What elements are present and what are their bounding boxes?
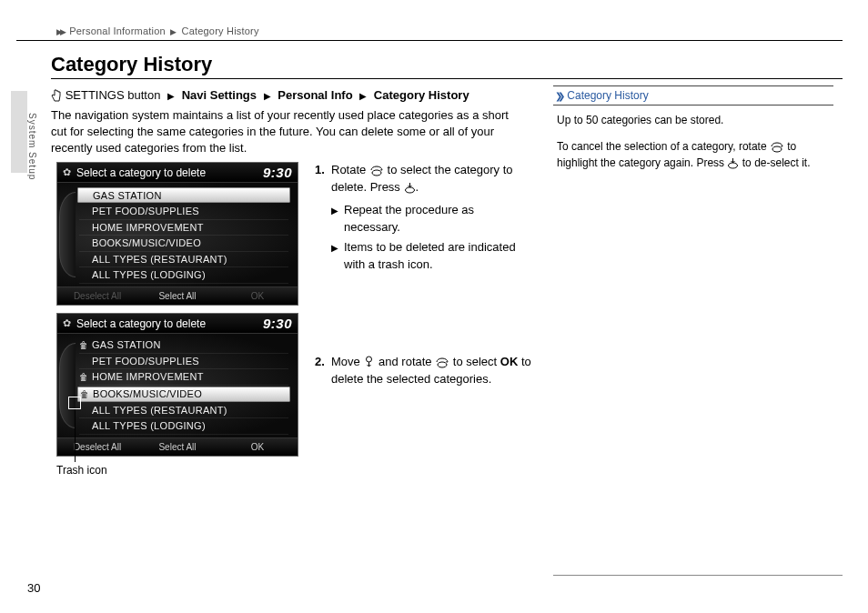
side-column: ❯❯ Category History Up to 50 categories …: [553, 85, 833, 182]
navpath-2: Personal Info: [278, 88, 352, 102]
breadcrumb: ▶▶ Personal Information ▶ Category Histo…: [56, 25, 259, 36]
list-item: ALL TYPES (LODGING): [79, 418, 288, 435]
nav-path: SETTINGS button ▶ Navi Settings ▶ Person…: [51, 88, 469, 102]
screenshot-title: Select a category to delete: [76, 166, 206, 179]
chevron-icon: ▶▶: [56, 27, 64, 36]
step-text: Move and rotate to select OK to delete t…: [331, 354, 533, 388]
list-item: 🗑GAS STATION: [79, 337, 288, 354]
screenshot-header: ✿ Select a category to delete 9:30: [57, 314, 298, 334]
list-item: ALL TYPES (RESTAURANT): [79, 252, 288, 268]
divider: [553, 575, 843, 576]
dial-arc-icon: [59, 343, 76, 428]
list-item: PET FOOD/SUPPLIES: [79, 354, 288, 370]
list-item-label: PET FOOD/SUPPLIES: [92, 356, 199, 367]
divider: [51, 78, 843, 79]
triangle-icon: ▶: [331, 205, 338, 236]
deselect-all-button: Deselect All: [57, 291, 137, 301]
gear-icon: ✿: [63, 166, 71, 178]
divider: [16, 40, 843, 41]
breadcrumb-b: Category History: [182, 25, 259, 36]
screenshot-2: ✿ Select a category to delete 9:30 🗑GAS …: [56, 313, 298, 457]
breadcrumb-a: Personal Information: [69, 25, 166, 36]
list-item: ALL TYPES (LODGING): [79, 267, 288, 284]
list-item: 🗑HOME IMPROVEMENT: [79, 369, 288, 386]
steps: 1. Rotate to select the category to dele…: [315, 162, 533, 394]
move-joystick-icon: [363, 356, 375, 368]
list-item-label: ALL TYPES (RESTAURANT): [92, 254, 227, 265]
list-item-label: ALL TYPES (LODGING): [92, 420, 206, 431]
step-number: 1.: [315, 162, 331, 196]
svg-point-5: [438, 362, 447, 367]
list-item: 🗑BOOKS/MUSIC/VIDEO: [77, 387, 290, 402]
screenshot-footer: Deselect All Select All OK: [57, 286, 298, 305]
side-column-header: ❯❯ Category History: [553, 85, 833, 106]
list-item: BOOKS/MUSIC/VIDEO: [79, 236, 288, 252]
list-item-label: PET FOOD/SUPPLIES: [92, 206, 199, 216]
select-all-button: Select All: [137, 291, 217, 301]
side-note: To cancel the selection of a category, r…: [557, 139, 833, 171]
t: to select: [449, 355, 500, 368]
t: Repeat the procedure as necessary.: [344, 202, 533, 236]
chevron-icon: ▶: [170, 27, 177, 36]
select-all-button: Select All: [137, 442, 217, 452]
hand-icon: [51, 89, 62, 102]
svg-point-0: [372, 170, 381, 176]
deselect-all-button: Deselect All: [57, 442, 137, 452]
t: .: [416, 180, 419, 194]
side-tab: [11, 91, 27, 173]
clock: 9:30: [263, 165, 292, 180]
triangle-icon: ▶: [331, 242, 338, 274]
t: To cancel the selection of a category, r…: [557, 140, 770, 153]
chevron-icon: ❯❯: [555, 91, 560, 101]
callout-box: [68, 397, 81, 409]
side-column-title: Category History: [567, 89, 648, 102]
step-text: Rotate to select the category to delete.…: [331, 162, 533, 196]
screenshot-header: ✿ Select a category to delete 9:30: [57, 163, 298, 183]
page-title: Category History: [51, 53, 212, 76]
list-item-label: HOME IMPROVEMENT: [92, 371, 204, 382]
t: and rotate: [375, 355, 435, 368]
ok-text: OK: [500, 355, 519, 368]
clock: 9:30: [263, 316, 292, 331]
side-tab-label: System Setup: [27, 113, 37, 180]
trash-icon: 🗑: [80, 389, 93, 399]
list-item: PET FOOD/SUPPLIES: [79, 204, 288, 220]
list-item-label: ALL TYPES (RESTAURANT): [92, 405, 227, 416]
list-item-label: GAS STATION: [92, 339, 161, 350]
rotate-dial-icon: [435, 357, 449, 368]
screenshot-1: ✿ Select a category to delete 9:30 GAS S…: [56, 162, 298, 306]
list-item: HOME IMPROVEMENT: [79, 220, 288, 236]
page-number: 30: [27, 581, 40, 595]
navpath-1: Navi Settings: [182, 88, 257, 102]
step-2: 2. Move and rotate to select OK to delet…: [315, 354, 533, 388]
intro-text: The navigation system maintains a list o…: [51, 107, 524, 157]
callout-line: [75, 409, 76, 462]
list-item: GAS STATION: [77, 187, 290, 203]
rotate-dial-icon: [369, 165, 384, 176]
svg-point-7: [729, 163, 738, 168]
side-note: Up to 50 categories can be stored.: [557, 113, 833, 128]
trash-icon: 🗑: [79, 340, 92, 350]
list-item-label: ALL TYPES (LODGING): [92, 269, 206, 280]
chevron-icon: ▶: [167, 91, 175, 101]
list-item-label: BOOKS/MUSIC/VIDEO: [93, 388, 202, 399]
trash-icon: 🗑: [79, 372, 92, 382]
navpath-3: Category History: [374, 88, 469, 102]
substep: ▶Items to be deleted are indicated with …: [331, 239, 533, 274]
step-1: 1. Rotate to select the category to dele…: [315, 162, 533, 196]
screenshot-footer: Deselect All Select All OK: [57, 437, 298, 456]
t: Move: [331, 355, 363, 368]
ok-button: OK: [217, 442, 298, 452]
screenshot-title: Select a category to delete: [76, 317, 206, 330]
screenshot-body: GAS STATION PET FOOD/SUPPLIES HOME IMPRO…: [57, 183, 298, 286]
svg-point-3: [367, 357, 372, 362]
push-dial-icon: [404, 182, 416, 194]
substep: ▶Repeat the procedure as necessary.: [331, 202, 533, 236]
gear-icon: ✿: [63, 317, 71, 329]
chevron-icon: ▶: [264, 91, 271, 101]
t: Items to be deleted are indicated with a…: [344, 239, 533, 274]
dial-arc-icon: [59, 192, 76, 277]
chevron-icon: ▶: [359, 91, 367, 101]
push-dial-icon: [727, 157, 739, 169]
svg-point-1: [405, 187, 414, 193]
